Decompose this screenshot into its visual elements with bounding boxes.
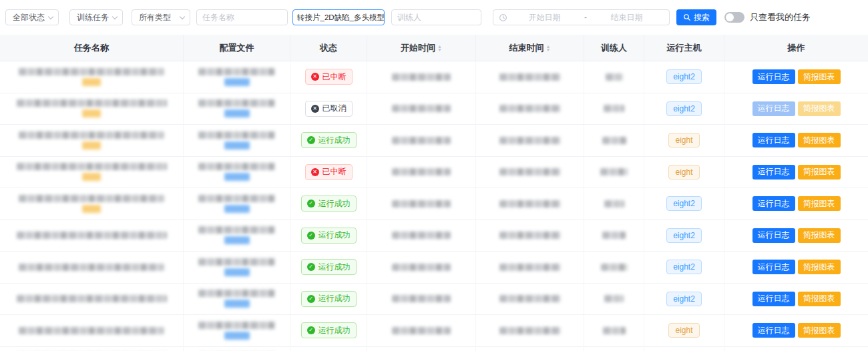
column-header-5[interactable]: 结束时间▲▼ — [476, 35, 584, 61]
trainer-input[interactable]: 训练人 — [391, 9, 481, 25]
report-chart-button[interactable]: 简报图表 — [798, 228, 841, 243]
redacted-trainer-name — [603, 327, 626, 334]
column-header-label: 操作 — [788, 42, 805, 54]
actions-cell: 运行日志简报图表 — [724, 347, 868, 351]
task-type-filter-select[interactable]: 训练任务 — [69, 9, 123, 25]
status-label: 运行成功 — [318, 262, 351, 273]
run-log-button[interactable]: 运行日志 — [752, 292, 795, 306]
task-name-input[interactable]: 任务名称 — [196, 9, 288, 25]
redacted-task-name — [19, 195, 164, 202]
run-log-button[interactable]: 运行日志 — [752, 133, 795, 147]
check-circle-icon: ✓ — [307, 200, 315, 208]
redacted-config-link — [224, 141, 250, 149]
end-time-cell — [476, 93, 584, 125]
task-query-input[interactable]: 转接片_2D缺陷_多头模型 — [292, 9, 385, 25]
category-filter-select[interactable]: 所有类型 — [132, 9, 190, 25]
table-row: ✓运行成功eight运行日志简报图表 — [0, 347, 868, 351]
run-log-button[interactable]: 运行日志 — [752, 69, 795, 84]
toggle-knob — [726, 13, 734, 21]
report-chart-button[interactable]: 简报图表 — [798, 323, 841, 338]
actions-cell: 运行日志简报图表 — [724, 252, 868, 283]
actions-cell: 运行日志简报图表 — [724, 188, 868, 220]
task-table: 任务名称配置文件状态开始时间▲▼结束时间▲▼训练人运行主机操作 ✕已中断eigh… — [0, 35, 868, 351]
config-file-cell — [184, 93, 290, 125]
trainer-cell — [584, 347, 644, 351]
column-header-label: 运行主机 — [667, 42, 702, 54]
end-time-cell — [476, 188, 584, 220]
status-badge: ✓运行成功 — [301, 132, 357, 148]
end-time-cell — [476, 220, 584, 252]
task-name-cell — [0, 284, 184, 315]
status-cell: ✕已中断 — [290, 157, 367, 188]
run-log-button[interactable]: 运行日志 — [752, 260, 795, 274]
run-log-button[interactable]: 运行日志 — [752, 165, 795, 180]
trainer-cell — [584, 315, 644, 346]
report-chart-button[interactable]: 简报图表 — [798, 133, 841, 147]
status-label: 已取消 — [322, 103, 347, 114]
sort-icon[interactable]: ▲▼ — [546, 45, 551, 51]
status-label: 已中断 — [322, 71, 347, 83]
redacted-config-name — [198, 131, 275, 139]
report-chart-button[interactable]: 简报图表 — [798, 69, 841, 84]
redacted-task-tag — [82, 173, 101, 181]
start-time-cell — [367, 188, 476, 220]
report-chart-button[interactable]: 简报图表 — [798, 260, 841, 274]
column-header-label: 训练人 — [601, 42, 627, 54]
host-tag: eight — [668, 133, 699, 147]
start-time-cell — [367, 61, 476, 93]
status-cell: ✓运行成功 — [290, 252, 367, 283]
table-row: ✓运行成功eight2运行日志简报图表 — [0, 252, 868, 284]
host-cell: eight2 — [644, 188, 724, 220]
column-header-label: 任务名称 — [74, 42, 109, 54]
host-cell: eight — [644, 315, 724, 346]
date-range-picker[interactable]: 开始日期 - 结束日期 — [493, 9, 670, 25]
redacted-config-link — [224, 78, 250, 86]
sort-icon[interactable]: ▲▼ — [437, 45, 442, 51]
redacted-config-name — [198, 322, 275, 329]
status-label: 运行成功 — [318, 325, 351, 336]
run-log-button[interactable]: 运行日志 — [752, 228, 795, 243]
column-header-4[interactable]: 开始时间▲▼ — [367, 35, 476, 61]
redacted-task-tag — [82, 141, 101, 149]
column-header-label: 结束时间 — [509, 42, 544, 54]
search-button[interactable]: 搜索 — [676, 9, 716, 25]
chevron-down-icon — [48, 13, 53, 19]
status-filter-select[interactable]: 全部状态 — [5, 9, 59, 25]
check-circle-icon: ✓ — [307, 295, 315, 303]
trainer-cell — [584, 220, 644, 252]
check-circle-icon: ✓ — [307, 326, 315, 334]
end-time-cell — [476, 61, 584, 93]
task-query-value: 转接片_2D缺陷_多头模型 — [297, 13, 385, 23]
start-time-cell — [367, 125, 476, 156]
end-time-cell — [476, 315, 584, 346]
status-label: 运行成功 — [318, 293, 351, 304]
redacted-end-time — [499, 264, 561, 271]
report-chart-button[interactable]: 简报图表 — [798, 165, 841, 180]
end-time-cell — [476, 252, 584, 283]
redacted-task-name — [17, 295, 167, 302]
run-log-button[interactable]: 运行日志 — [752, 196, 795, 211]
run-log-button[interactable]: 运行日志 — [752, 323, 795, 338]
start-time-cell — [367, 93, 476, 125]
redacted-trainer-name — [604, 295, 624, 302]
actions-cell: 运行日志简报图表 — [724, 125, 868, 156]
end-date-field[interactable]: 结束日期 — [590, 12, 664, 23]
check-circle-icon: ✓ — [307, 232, 315, 240]
start-date-field[interactable]: 开始日期 — [507, 12, 582, 23]
config-file-cell — [184, 315, 290, 346]
task-name-placeholder: 任务名称 — [202, 12, 234, 23]
table-row: ✕已中断eight运行日志简报图表 — [0, 157, 868, 189]
report-chart-button[interactable]: 简报图表 — [798, 196, 841, 211]
actions-cell: 运行日志简报图表 — [724, 61, 868, 93]
start-time-cell — [367, 252, 476, 283]
host-cell: eight — [644, 125, 724, 156]
redacted-config-name — [198, 195, 275, 202]
redacted-end-time — [499, 295, 561, 302]
table-row: ✓运行成功eight2运行日志简报图表 — [0, 188, 868, 220]
report-chart-button[interactable]: 简报图表 — [798, 292, 841, 306]
redacted-task-name — [17, 232, 167, 239]
start-time-cell — [367, 284, 476, 315]
my-tasks-toggle[interactable] — [724, 12, 744, 23]
redacted-end-time — [499, 327, 561, 334]
host-tag: eight — [668, 323, 699, 338]
